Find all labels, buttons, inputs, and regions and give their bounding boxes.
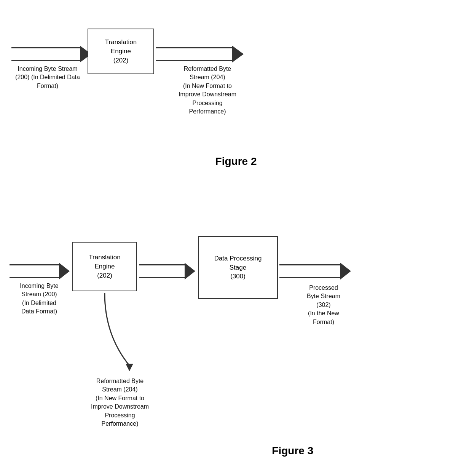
- fig3-incoming-label: Incoming ByteStream (200)(In DelimitedDa…: [7, 282, 72, 316]
- fig3-data-processing-box: Data ProcessingStage(300): [198, 236, 278, 299]
- figure-3-area: Incoming ByteStream (200)(In DelimitedDa…: [0, 213, 472, 465]
- fig2-incoming-label: Incoming Byte Stream (200) (In Delimited…: [11, 65, 84, 90]
- fig2-outgoing-arrow: [156, 46, 244, 62]
- fig3-outgoing-arrow: [279, 263, 351, 280]
- fig2-caption: Figure 2: [215, 155, 257, 168]
- figure-2-area: Incoming Byte Stream (200) (In Delimited…: [0, 11, 472, 171]
- fig2-translation-box: TranslationEngine(202): [88, 29, 154, 74]
- fig3-reformatted-label: Reformatted ByteStream (204)(In New Form…: [76, 377, 164, 428]
- fig3-caption: Figure 3: [272, 445, 313, 457]
- fig3-processed-label: ProcessedByte Stream(302)(In the NewForm…: [285, 284, 362, 326]
- fig3-mid-arrow: [139, 263, 195, 280]
- svg-marker-0: [126, 364, 133, 371]
- fig2-outgoing-label: Reformatted ByteStream (204)(In New Form…: [160, 65, 255, 116]
- fig3-translation-box: TranslationEngine(202): [72, 242, 137, 291]
- fig3-incoming-arrow: [10, 263, 70, 280]
- fig3-curved-arrow: [72, 289, 167, 377]
- fig2-incoming-arrow: [11, 46, 91, 62]
- diagram-container: Incoming Byte Stream (200) (In Delimited…: [0, 0, 472, 476]
